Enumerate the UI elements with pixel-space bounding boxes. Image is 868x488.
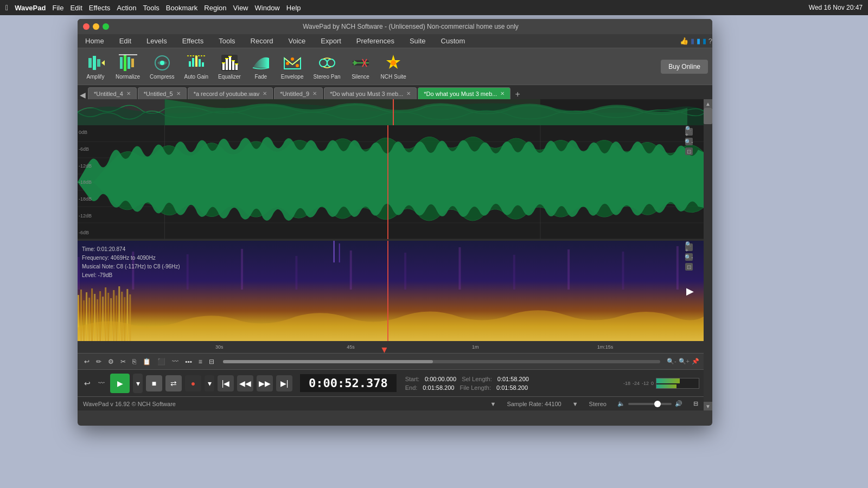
file-menu[interactable]: File bbox=[52, 4, 63, 12]
scroll-up-btn[interactable]: ▲ bbox=[704, 99, 712, 108]
edit-copy-icon[interactable]: ⎘ bbox=[130, 357, 138, 367]
nchsuite-button[interactable]: NCH Suite bbox=[378, 51, 410, 82]
progress-bar[interactable] bbox=[223, 360, 660, 363]
nav-export[interactable]: Export bbox=[313, 34, 349, 48]
start-button[interactable]: |◀ bbox=[218, 375, 234, 391]
zoom-out-spectrogram[interactable]: 🔍- bbox=[685, 253, 693, 261]
thumbsup-icon[interactable]: 👍 bbox=[680, 37, 688, 45]
nav-effects[interactable]: Effects bbox=[175, 34, 212, 48]
edit-cut-icon[interactable]: ✂ bbox=[118, 357, 128, 367]
zoom-in-icon[interactable]: 🔍+ bbox=[679, 358, 690, 365]
transport-waveform-icon[interactable]: 〰 bbox=[96, 378, 107, 388]
compress-button[interactable]: Compress bbox=[146, 51, 178, 82]
edit-tools-icon[interactable]: ⚙ bbox=[106, 357, 116, 367]
twitter-icon[interactable]: ▮ bbox=[697, 37, 700, 45]
transport-loop-icon[interactable]: ↩ bbox=[82, 378, 93, 389]
tab-1-close[interactable]: ✕ bbox=[176, 91, 181, 97]
tab-4[interactable]: *Do what you Must 3 meb... ✕ bbox=[324, 87, 417, 99]
facebook-icon[interactable]: ▮ bbox=[691, 37, 694, 45]
scroll-down-btn[interactable]: ▼ bbox=[704, 402, 712, 410]
nav-home[interactable]: Home bbox=[78, 34, 112, 48]
tab-4-close[interactable]: ✕ bbox=[406, 91, 411, 97]
tab-2-close[interactable]: ✕ bbox=[263, 91, 267, 97]
zoom-fit-waveform[interactable]: ⊡ bbox=[685, 147, 693, 155]
spectrogram[interactable]: Time: 0:01:20.874 Frequency: 4069Hz to 4… bbox=[78, 241, 704, 341]
tab-3[interactable]: *Untitled_9 ✕ bbox=[274, 87, 323, 99]
envelope-button[interactable]: Envelope bbox=[278, 51, 307, 82]
edit-paste-icon[interactable]: 📋 bbox=[141, 357, 153, 367]
tools-menu[interactable]: Tools bbox=[143, 4, 159, 12]
help-menu[interactable]: Help bbox=[286, 4, 301, 12]
maximize-button[interactable] bbox=[103, 23, 109, 30]
tab-1[interactable]: *Untitled_5 ✕ bbox=[138, 87, 187, 99]
tab-3-close[interactable]: ✕ bbox=[312, 91, 317, 97]
scroll-thumb[interactable] bbox=[704, 108, 712, 124]
linkedin-icon[interactable]: ▮ bbox=[703, 37, 706, 45]
buy-online-button[interactable]: Buy Online bbox=[661, 60, 708, 74]
edit-sliders-icon[interactable]: ⊟ bbox=[207, 357, 216, 367]
scroll-track[interactable] bbox=[704, 108, 712, 402]
nav-record[interactable]: Record bbox=[243, 34, 281, 48]
volume-knob[interactable] bbox=[654, 401, 661, 407]
edit-waveform-icon[interactable]: 〰 bbox=[170, 357, 181, 367]
bookmark-menu[interactable]: Bookmark bbox=[166, 4, 198, 12]
stop-button[interactable]: ■ bbox=[146, 375, 162, 391]
loop-button[interactable]: ⇄ bbox=[165, 375, 182, 391]
stereopan-button[interactable]: Stereo Pan bbox=[310, 51, 343, 82]
mute-icon[interactable]: 🔈 bbox=[617, 400, 625, 407]
overview-waveform[interactable] bbox=[78, 99, 704, 125]
region-menu[interactable]: Region bbox=[204, 4, 226, 12]
zoom-in-waveform[interactable]: 🔍+ bbox=[685, 128, 693, 136]
equalizer-button[interactable]: Equalizer bbox=[215, 51, 244, 82]
tab-0[interactable]: *Untitled_4 ✕ bbox=[88, 87, 137, 99]
zoom-fit-spectrogram[interactable]: ⊡ bbox=[685, 263, 693, 271]
edit-back-icon[interactable]: ↩ bbox=[82, 357, 92, 367]
nav-voice[interactable]: Voice bbox=[280, 34, 313, 48]
minimize-button[interactable] bbox=[93, 23, 99, 30]
app-name-menu[interactable]: WavePad bbox=[15, 4, 46, 12]
tabs-scroll-left[interactable]: ◀ bbox=[80, 91, 86, 99]
zoom-out-icon[interactable]: 🔍- bbox=[667, 358, 676, 365]
play-dropdown-arrow[interactable]: ▾ bbox=[133, 374, 143, 393]
end-button[interactable]: ▶| bbox=[276, 375, 292, 391]
tab-5-close[interactable]: ✕ bbox=[500, 91, 505, 97]
edit-menu[interactable]: Edit bbox=[70, 4, 82, 12]
apple-menu[interactable]:  bbox=[5, 3, 8, 12]
nav-suite[interactable]: Suite bbox=[402, 34, 433, 48]
channels-dropdown-icon[interactable]: ▼ bbox=[572, 401, 578, 407]
effects-menu[interactable]: Effects bbox=[89, 4, 111, 12]
rewind-button[interactable]: ◀◀ bbox=[237, 375, 253, 391]
edit-select-icon[interactable]: ⬛ bbox=[155, 357, 168, 367]
window-menu[interactable]: Window bbox=[255, 4, 280, 12]
spectrogram-play-icon[interactable]: ▶ bbox=[686, 285, 694, 297]
autogain-button[interactable]: Auto Gain bbox=[181, 51, 212, 82]
tab-2[interactable]: *a record of youtube.wav ✕ bbox=[188, 87, 273, 99]
tab-add-button[interactable]: + bbox=[512, 89, 523, 99]
main-waveform[interactable]: 0dB -6dB -12dB -18dB -18dB -12dB -6dB bbox=[78, 125, 704, 239]
view-menu[interactable]: View bbox=[233, 4, 248, 12]
tab-5[interactable]: *Do what you Must 3 meb... ✕ bbox=[418, 87, 510, 99]
amplify-button[interactable]: Amplify bbox=[82, 51, 109, 82]
nav-edit[interactable]: Edit bbox=[112, 34, 139, 48]
edit-pencil-icon[interactable]: ✏ bbox=[94, 357, 104, 367]
help-icon[interactable]: ? bbox=[709, 37, 712, 45]
rec-dropdown-arrow[interactable]: ▾ bbox=[205, 375, 214, 391]
playhead-marker[interactable] bbox=[381, 348, 387, 353]
fast-forward-button[interactable]: ▶▶ bbox=[257, 375, 273, 391]
close-button[interactable] bbox=[83, 23, 90, 30]
action-menu[interactable]: Action bbox=[117, 4, 136, 12]
volume-icon[interactable]: 🔊 bbox=[675, 400, 682, 407]
fade-button[interactable]: Fade bbox=[247, 51, 275, 82]
edit-bars-icon[interactable]: ▪▪▪ bbox=[183, 357, 194, 367]
nav-tools[interactable]: Tools bbox=[211, 34, 242, 48]
record-button[interactable]: ● bbox=[185, 375, 201, 391]
play-button[interactable]: ▶ bbox=[110, 374, 130, 393]
sample-rate-dropdown-icon[interactable]: ▼ bbox=[490, 401, 496, 407]
nav-custom[interactable]: Custom bbox=[433, 34, 473, 48]
zoom-in-spectrogram[interactable]: 🔍+ bbox=[685, 243, 693, 251]
normalize-button[interactable]: Normalize bbox=[112, 51, 143, 82]
tab-0-close[interactable]: ✕ bbox=[126, 91, 131, 97]
volume-slider[interactable] bbox=[628, 403, 672, 405]
zoom-out-waveform[interactable]: 🔍- bbox=[685, 138, 693, 145]
edit-menu-icon[interactable]: ≡ bbox=[196, 357, 205, 367]
